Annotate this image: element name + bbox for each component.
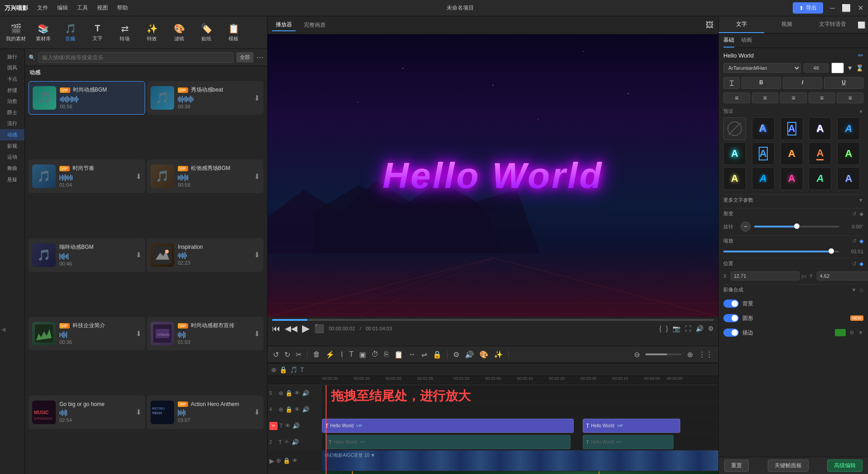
font-size-input[interactable] [804,63,829,73]
cat-healing[interactable]: 治愈 [0,96,24,107]
timeline-settings-icon[interactable]: ⋮⋮ [697,349,715,360]
sub-tab-animation[interactable]: 动画 [741,34,752,48]
cat-rhythm[interactable]: 卡点 [0,73,24,85]
preset-2[interactable]: A [780,117,803,140]
track5-add-icon[interactable]: ⊕ [278,390,283,397]
keyframe-panel-button[interactable]: 关键帧面板 [768,459,809,472]
play-button[interactable]: ▶ [302,323,310,334]
text-clip-1b[interactable]: T Hello World VIP [326,435,571,449]
track5-mute-icon[interactable]: 🔊 [302,390,309,397]
redo-icon[interactable]: ↻ [283,349,292,360]
stroke-settings-icon[interactable]: ⚙ [849,329,854,336]
toolbar-audio[interactable]: 🎵 音频 [57,19,84,46]
text-edit-icon[interactable]: ✏ [858,52,863,59]
align-center-btn[interactable]: ≡ [752,92,779,103]
speed-icon[interactable]: ⏱ [370,349,380,359]
volume-icon[interactable]: 🔊 [696,325,703,332]
tab-player[interactable]: 播放器 [272,19,296,31]
trim-icon[interactable]: ⌇ [338,349,346,360]
paste-icon[interactable]: 📋 [392,349,405,360]
search-input[interactable] [38,52,234,63]
timeline-audio-track-icon[interactable]: 🎵 [290,366,297,373]
trackv-eye-icon[interactable]: 👁 [292,457,298,464]
zoom-slider[interactable] [645,353,682,355]
pos-reset-icon[interactable]: ↺ [852,261,857,267]
fullscreen-icon[interactable]: ⛶ [685,325,691,332]
tab-tts[interactable]: 文字转语音 [810,16,855,33]
format-italic-btn[interactable]: I [783,77,822,89]
format-underline-btn[interactable]: U [824,77,863,89]
toolbar-assets[interactable]: 🎬 我的素材 [2,19,29,46]
track5-eye-icon[interactable]: 👁 [294,390,300,397]
split-icon[interactable]: ⚡ [324,349,336,360]
trackv-add-icon[interactable]: ⊕ [276,457,281,464]
font-selector[interactable]: ArTarumianMHan [723,63,801,73]
download-icon-8[interactable]: ⬇ [254,329,260,338]
snapshot-icon[interactable]: 📷 [673,325,680,332]
cat-folk[interactable]: 国风 [0,63,24,74]
cat-film[interactable]: 影视 [0,140,24,152]
toolbar-template[interactable]: 📋 模板 [220,19,247,46]
sidebar-scroll-left[interactable]: ◀ [0,185,6,474]
preset-10[interactable]: A [723,167,746,190]
music-card-8[interactable]: URBAN VIP 时尚动感都市宣传 01:03 ⬇ [147,317,263,350]
music-card-6[interactable]: Inspiration 02:23 ⬇ [147,238,263,272]
reset-button[interactable]: 重置 [724,459,749,472]
track4-lock-icon[interactable]: 🔒 [285,406,293,413]
download-icon-6[interactable]: ⬇ [254,251,260,259]
cat-dynamic[interactable]: 动感 [0,129,24,140]
scale-slider[interactable] [723,251,839,252]
track5-lock-icon[interactable]: 🔒 [285,390,293,397]
frame-back-button[interactable]: ◀◀ [285,324,297,334]
text-clip-2[interactable]: T Hello World VIP [583,419,680,433]
shape-toggle[interactable] [723,314,739,322]
collapse-icon[interactable]: ⬜ [855,16,868,33]
maximize-icon[interactable]: ⬜ [842,4,851,12]
menu-edit[interactable]: 编辑 [57,4,68,12]
timeline-lock-icon[interactable]: 🔒 [279,366,287,373]
timeline-playhead[interactable] [326,385,327,474]
blend-expand-icon[interactable]: ▼ [851,287,857,293]
cat-sport[interactable]: 运动 [0,151,24,163]
download-icon-4[interactable]: ⬇ [254,172,260,181]
copy-icon[interactable]: ⎘ [382,349,390,359]
tab-text[interactable]: 文字 [719,16,764,33]
music-card-5[interactable]: 🎵 嗡咔动感BGM 00:46 ⬇ [29,238,145,272]
skip-back-button[interactable]: ⏮ [272,324,280,334]
track3-add-icon[interactable]: T [279,422,283,429]
toolbar-text[interactable]: T 文字 [84,19,111,46]
preset-8[interactable]: A [809,142,831,165]
trackv-lock-icon[interactable]: 🔒 [283,457,290,464]
track4-eye-icon[interactable]: 👁 [294,406,300,413]
rotate-knob[interactable] [741,222,751,232]
text-add-icon[interactable]: T [347,349,356,359]
preset-13[interactable]: A [809,167,831,190]
more-options-icon[interactable]: ⋯ [256,53,263,62]
screenshot-icon[interactable]: 🖼 [706,20,714,30]
timeline-text-track-icon[interactable]: T [300,366,304,373]
color-picker-icon[interactable]: ▼ [847,64,853,72]
preset-7[interactable]: A [780,142,803,165]
align-right-btn[interactable]: ≡ [780,92,807,103]
track2-eye-icon[interactable]: 👁 [284,439,290,445]
rotate-slider[interactable] [754,226,839,227]
eyedropper-icon[interactable]: ⌛ [856,64,863,72]
align-left-btn[interactable]: ≡ [723,92,750,103]
toolbar-effects[interactable]: ✨ 特效 [138,19,166,46]
menu-file[interactable]: 文件 [37,4,48,12]
ai-icon[interactable]: ✨ [492,349,505,360]
track3-mute-icon[interactable]: 🔊 [293,422,300,429]
minimize-icon[interactable]: ─ [830,4,835,12]
download-icon-9[interactable]: ⬇ [136,408,141,416]
download-icon-10[interactable]: ⬇ [254,408,260,416]
music-card-3[interactable]: 🎵 VIP 时尚节奏 01:04 ⬇ [29,160,145,193]
export-button[interactable]: ⬆ 导出 [793,2,823,14]
music-card-4[interactable]: 🎵 VIP 松弛感秀场BGM 00:58 ⬇ [147,160,263,193]
delete-icon[interactable]: 🗑 [311,349,322,359]
preset-5[interactable]: A [723,142,746,165]
scale-reset-icon[interactable]: ↺ [852,238,857,244]
grid-icon[interactable]: ⚙ [451,349,461,360]
clip-icon[interactable]: ▣ [357,349,368,360]
color-grade-icon[interactable]: 🎨 [478,349,490,360]
download-icon-7[interactable]: ⬇ [136,329,141,338]
